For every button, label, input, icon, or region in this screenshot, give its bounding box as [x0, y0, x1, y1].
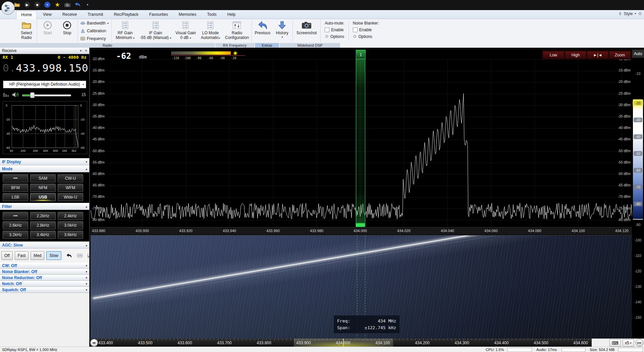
navigator-right-button[interactable]: ►►	[636, 339, 643, 347]
favourite-icon[interactable]: ★	[54, 1, 61, 8]
section-header-filter[interactable]: Filter ▴	[0, 203, 89, 210]
ribbon-tab[interactable]: Rec/Playback	[109, 11, 143, 19]
volume-slider[interactable]	[22, 92, 71, 97]
speed-button[interactable]: x5 ▸	[623, 339, 634, 347]
filter-button[interactable]: 2.8kHz	[30, 221, 56, 229]
chevron-down-icon[interactable]: ▾	[86, 264, 87, 267]
filter-button[interactable]: 3.6kHz	[58, 231, 83, 239]
volume-slider-handle[interactable]	[30, 92, 35, 98]
ribbon-tab[interactable]: Transmit	[83, 11, 108, 19]
chevron-down-icon[interactable]: ▾	[86, 282, 87, 285]
noise-blanker-checkbox[interactable]	[353, 28, 358, 32]
collapsed-section-header[interactable]: CW: Off ▾	[0, 263, 89, 269]
noise-blanker-options[interactable]: ⚙Options	[353, 34, 379, 39]
waterfall-display[interactable]: Freq:434 MHz Span:±122.745 kHz	[91, 235, 632, 339]
filter-button[interactable]: 2.4kHz	[58, 212, 83, 220]
mode-button[interactable]: USB	[30, 193, 56, 201]
mode-button[interactable]: Wide-U	[58, 193, 83, 201]
speaker-icon[interactable]	[12, 92, 19, 97]
frequency-value[interactable]: 0.433.998.150	[3, 62, 87, 74]
filter-button[interactable]: 3.0kHz	[58, 221, 83, 229]
mode-button[interactable]: •••	[3, 174, 28, 182]
agc-button[interactable]: Fast	[15, 251, 29, 260]
add-icon[interactable]: +	[44, 1, 51, 8]
rx-marker-band[interactable]	[356, 50, 365, 227]
if-gain-button[interactable]: IF Gain -55 dB (Manual) ▾	[138, 19, 173, 43]
bandwidth-button[interactable]: Bandwidth▾	[80, 20, 109, 27]
spectrum-range-button[interactable]: Low	[543, 51, 564, 59]
rf-spectrum-display[interactable]: -10 dBm-15 dBm-20 dBm-25 dBm-30 dBm-35 d…	[91, 50, 632, 234]
filter-button[interactable]: 3.2kHz	[3, 231, 28, 239]
chevron-up-icon[interactable]: ▴	[86, 205, 87, 208]
agc-undo-icon[interactable]	[66, 253, 72, 258]
audio-spectrum-plot[interactable]: 00-20-20-40-40-60-60501002004008001k63k2	[3, 101, 87, 154]
ribbon-tab[interactable]: Home	[16, 11, 37, 19]
ribbon-tab[interactable]: Memories	[174, 11, 201, 19]
chevron-down-icon[interactable]: ▾	[86, 160, 87, 164]
navigator-band[interactable]: 433.400433.500433.600433.700433.800433.9…	[89, 339, 592, 347]
auto-mute-options[interactable]: ⚙Options	[325, 34, 344, 39]
ribbon-tab[interactable]: Receive	[58, 11, 82, 19]
style-label[interactable]: Style	[624, 11, 633, 16]
visual-gain-strip[interactable]: Auto -10-20-30-40-50-60-70-80-90-100-110…	[632, 50, 644, 339]
chevron-down-icon[interactable]: ▾	[86, 270, 87, 273]
auto-mute-enable[interactable]: Enable	[325, 27, 344, 33]
calibration-button[interactable]: Calibration	[80, 28, 109, 34]
spectrum-range-button[interactable]: High	[565, 51, 586, 59]
agc-button[interactable]: Med	[31, 251, 44, 260]
chevron-down-icon[interactable]: ▾	[86, 276, 87, 279]
keyboard-button[interactable]: ⌨	[609, 339, 621, 347]
stop-icon[interactable]: ■	[34, 1, 41, 8]
spectrum-range-button[interactable]: ►|◄	[587, 51, 608, 59]
style-dropdown-icon[interactable]: ▾	[635, 12, 636, 15]
audio-device-select[interactable]: HP (Périphérique High Definition Audio) …	[3, 81, 86, 88]
rx-marker-flag[interactable]: 1	[356, 50, 366, 59]
chevron-up-icon[interactable]: ▴	[86, 167, 87, 171]
auto-mute-checkbox[interactable]	[325, 28, 329, 32]
history-button[interactable]: History ▾	[272, 19, 292, 43]
frequency-display[interactable]: RX 1 0 - 4000 Hz 0.433.998.150	[0, 54, 89, 79]
frequency-button[interactable]: Frequency	[80, 35, 109, 42]
undo-icon[interactable]	[74, 1, 81, 8]
style-gear-icon[interactable]: ⚙	[638, 11, 642, 16]
filter-button[interactable]: 2.2kHz	[30, 212, 56, 220]
filter-button[interactable]: •••	[3, 212, 28, 220]
filter-button[interactable]: 3.4kHz	[30, 231, 56, 239]
select-radio-button[interactable]: Select Radio	[17, 19, 36, 43]
mode-button[interactable]: SAM	[30, 174, 56, 182]
radio-configuration-button[interactable]: Radio Configuration	[223, 19, 251, 43]
stop-button[interactable]: Stop	[57, 19, 77, 43]
navigator-left-button[interactable]: ◄►	[90, 339, 98, 347]
collapsed-section-header[interactable]: Squelch: Off ▾	[0, 287, 89, 293]
ribbon-tab[interactable]: Tools	[203, 11, 221, 19]
visual-gain-button[interactable]: Visual Gain 0 dB ▾	[173, 19, 198, 43]
start-button[interactable]: Start	[38, 19, 57, 43]
equalizer-icon[interactable]	[3, 92, 9, 97]
ribbon-tab[interactable]: Help	[223, 11, 240, 19]
mode-button[interactable]: CW-U	[58, 174, 83, 182]
spectrum-range-button[interactable]: Zoom	[609, 51, 631, 59]
play-icon[interactable]: ▶	[23, 1, 31, 8]
section-header-if-display[interactable]: IF Display ▾	[0, 158, 89, 165]
auto-gain-button[interactable]: Auto	[632, 50, 644, 58]
receive-panel-header[interactable]: Receive ▾ ×	[0, 48, 89, 54]
chevron-up-icon[interactable]: ▴	[86, 244, 87, 247]
lo-mode-button[interactable]: LO Mode Automatic▾	[198, 19, 223, 43]
noise-blanker-enable[interactable]: Enable	[353, 27, 379, 33]
mode-button[interactable]: BFM	[3, 184, 28, 192]
chevron-down-icon[interactable]: ▾	[86, 288, 87, 292]
filter-button[interactable]: 2.6kHz	[3, 221, 28, 229]
section-header-agc[interactable]: AGC: Slow ▴	[0, 241, 89, 249]
toolbar-dropdown-icon[interactable]: ▾	[84, 1, 91, 8]
panel-close-icon[interactable]: ×	[85, 48, 87, 53]
collapsed-section-header[interactable]: Notch: Off ▾	[0, 281, 89, 287]
mode-button[interactable]: WFM	[58, 184, 83, 192]
agc-button[interactable]: Slow	[46, 251, 61, 260]
mode-button[interactable]: NFM	[30, 184, 56, 192]
section-header-mode[interactable]: Mode ▴	[0, 165, 89, 172]
collapsed-section-header[interactable]: Noise Blanker: Off ▾	[0, 269, 89, 275]
frequency-navigator[interactable]: 433.400433.500433.600433.700433.800433.9…	[89, 339, 644, 347]
ribbon-tab[interactable]: View	[38, 11, 56, 19]
mode-button[interactable]: LSB	[3, 193, 28, 201]
collapsed-section-header[interactable]: Noise Reduction: Off ▾	[0, 275, 89, 281]
